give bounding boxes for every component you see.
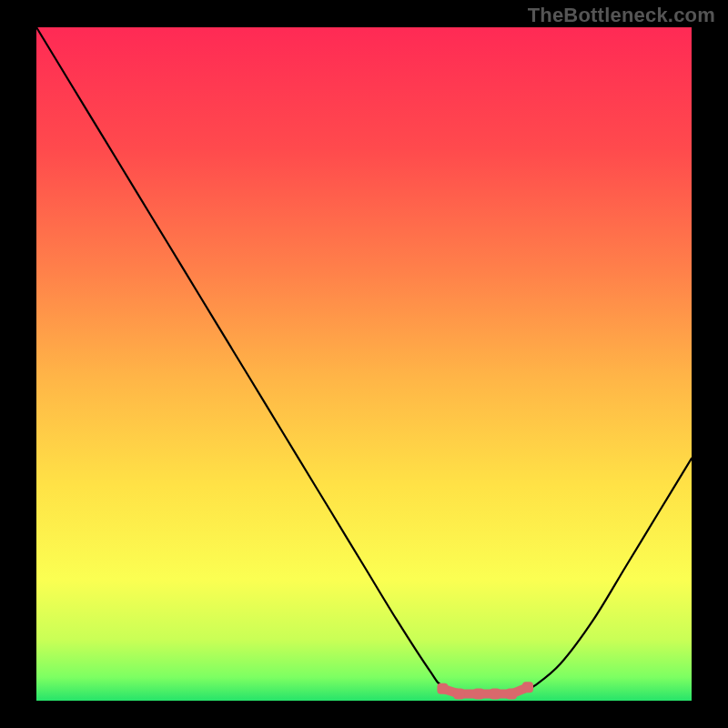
trough-marker xyxy=(506,689,517,700)
bottleneck-curve-chart xyxy=(36,27,692,701)
trough-marker xyxy=(522,682,533,693)
trough-marker xyxy=(473,689,484,700)
watermark-text: TheBottleneck.com xyxy=(528,4,715,27)
trough-marker xyxy=(437,683,448,694)
trough-marker xyxy=(453,689,464,700)
trough-marker xyxy=(490,689,500,700)
gradient-background xyxy=(36,27,692,701)
plot-area xyxy=(36,27,692,701)
chart-frame: TheBottleneck.com xyxy=(0,0,728,728)
